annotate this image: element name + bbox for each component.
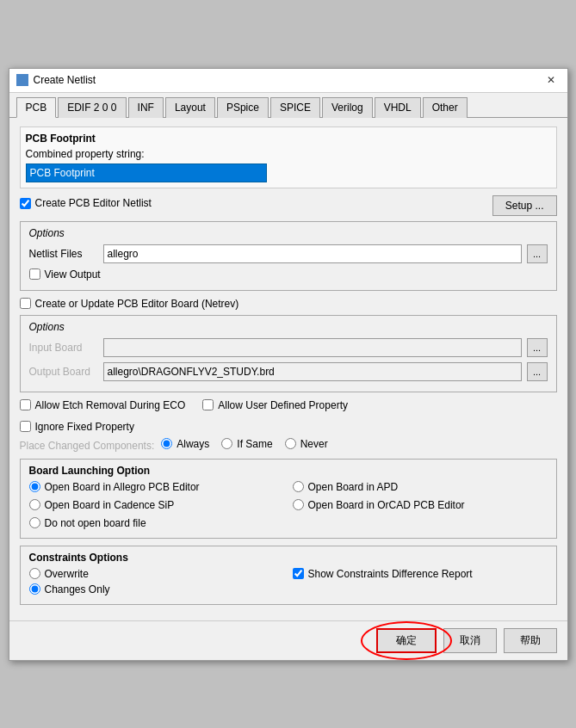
setup-button[interactable]: Setup ... — [492, 195, 557, 216]
orcad-pcb-option[interactable]: Open Board in OrCAD PCB Editor — [293, 499, 548, 511]
apd-option[interactable]: Open Board in APD — [293, 481, 548, 493]
allow-user-label: Allow User Defined Property — [218, 399, 348, 411]
input-board-label: Input Board — [29, 342, 98, 354]
tab-pcb[interactable]: PCB — [16, 97, 57, 118]
options-section-1: Options Netlist Files ... View Output — [20, 221, 557, 291]
tab-inf[interactable]: INF — [128, 97, 164, 118]
tab-edif200[interactable]: EDIF 2 0 0 — [58, 97, 126, 118]
constraints-section: Constraints Options Overwrite Changes On… — [20, 546, 557, 605]
cadence-sip-option[interactable]: Open Board in Cadence SiP — [29, 499, 284, 511]
no-open-option[interactable]: Do not open board file — [29, 517, 284, 529]
input-board-row: Input Board ... — [29, 338, 548, 357]
create-pcb-checkbox[interactable] — [20, 198, 31, 209]
footer: 确定 取消 帮助 — [9, 620, 567, 660]
never-label: Never — [300, 438, 328, 450]
output-board-label: Output Board — [29, 366, 98, 378]
show-diff-label: Show Constraints Difference Report — [308, 568, 473, 580]
allegro-pcb-label: Open Board in Allegro PCB Editor — [45, 481, 200, 493]
no-open-radio[interactable] — [29, 517, 40, 528]
changes-only-option[interactable]: Changes Only — [29, 583, 284, 595]
allow-user-checkbox[interactable] — [202, 399, 214, 410]
tab-other[interactable]: Other — [423, 97, 468, 118]
title-bar: Create Netlist ✕ — [9, 69, 567, 93]
create-pcb-checkbox-row: Create PCB Editor Netlist — [20, 197, 152, 209]
cancel-button[interactable]: 取消 — [443, 628, 497, 653]
help-button[interactable]: 帮助 — [504, 628, 557, 653]
tab-pspice[interactable]: PSpice — [217, 97, 269, 118]
always-option[interactable]: Always — [161, 438, 209, 450]
always-radio[interactable] — [161, 438, 172, 449]
never-option[interactable]: Never — [285, 438, 328, 450]
ignore-fixed-label: Ignore Fixed Property — [35, 421, 134, 433]
changes-only-label: Changes Only — [45, 583, 110, 595]
create-pcb-row: Create PCB Editor Netlist Setup ... — [20, 195, 557, 216]
input-board-browse-btn[interactable]: ... — [527, 338, 548, 357]
allegro-pcb-option[interactable]: Open Board in Allegro PCB Editor — [29, 481, 284, 493]
create-update-row: Create or Update PCB Editor Board (Netre… — [20, 298, 557, 310]
changes-only-radio[interactable] — [29, 583, 40, 595]
dialog-title: Create Netlist — [34, 74, 96, 86]
output-board-input[interactable] — [103, 362, 522, 381]
ignore-fixed-checkbox[interactable] — [20, 421, 31, 432]
output-board-row: Output Board ... — [29, 362, 548, 381]
constraints-right: Show Constraints Difference Report — [293, 568, 548, 599]
allow-etch-checkbox[interactable] — [20, 399, 31, 410]
cadence-sip-label: Open Board in Cadence SiP — [45, 499, 175, 511]
show-diff-checkbox[interactable] — [293, 568, 304, 579]
netlist-files-input[interactable] — [103, 244, 522, 263]
view-output-label: View Output — [45, 268, 101, 281]
overwrite-option[interactable]: Overwrite — [29, 568, 284, 580]
confirm-button[interactable]: 确定 — [376, 628, 437, 653]
checkbox-grid: Allow Etch Removal During ECO Allow User… — [20, 399, 557, 416]
ifsame-option[interactable]: If Same — [221, 438, 272, 450]
never-radio[interactable] — [285, 438, 296, 449]
cadence-sip-radio[interactable] — [29, 499, 40, 510]
board-launch-grid: Open Board in Allegro PCB Editor Open Bo… — [29, 481, 548, 533]
place-changed-label: Place Changed Components: — [20, 440, 155, 452]
ignore-fixed-row: Ignore Fixed Property — [20, 421, 557, 433]
place-changed-row: Place Changed Components: Always If Same… — [20, 438, 557, 453]
show-diff-row[interactable]: Show Constraints Difference Report — [293, 568, 548, 580]
apd-radio[interactable] — [293, 481, 304, 492]
create-update-checkbox[interactable] — [20, 298, 31, 309]
footprint-input[interactable] — [26, 163, 267, 182]
view-output-row: View Output — [29, 268, 548, 281]
options-title-1: Options — [29, 227, 548, 239]
tab-verilog[interactable]: Verilog — [322, 97, 373, 118]
dialog-icon — [16, 74, 28, 86]
apd-label: Open Board in APD — [308, 481, 399, 493]
allow-etch-row: Allow Etch Removal During ECO — [20, 399, 186, 411]
ifsame-radio[interactable] — [221, 438, 232, 449]
ifsame-label: If Same — [237, 438, 272, 450]
orcad-pcb-label: Open Board in OrCAD PCB Editor — [308, 499, 465, 511]
tab-vhdl[interactable]: VHDL — [375, 97, 421, 118]
close-button[interactable]: ✕ — [542, 72, 561, 88]
tab-spice[interactable]: SPICE — [270, 97, 320, 118]
pcb-footprint-section: PCB Footprint Combined property string: — [20, 126, 557, 188]
netlist-browse-btn[interactable]: ... — [527, 244, 548, 263]
allegro-pcb-radio[interactable] — [29, 481, 40, 492]
input-board-input[interactable] — [103, 338, 522, 357]
create-update-label: Create or Update PCB Editor Board (Netre… — [35, 298, 239, 310]
view-output-checkbox[interactable] — [29, 268, 40, 280]
allow-etch-label: Allow Etch Removal During ECO — [35, 399, 186, 411]
dialog-content: PCB Footprint Combined property string: … — [9, 118, 567, 620]
board-launch-title: Board Launching Option — [29, 465, 548, 477]
always-label: Always — [177, 438, 209, 450]
tab-bar: PCB EDIF 2 0 0 INF Layout PSpice SPICE V… — [9, 93, 567, 118]
output-board-browse-btn[interactable]: ... — [527, 362, 548, 381]
options-section-2: Options Input Board ... Output Board ... — [20, 315, 557, 392]
title-bar-left: Create Netlist — [16, 74, 96, 86]
netlist-files-row: Netlist Files ... — [29, 244, 548, 263]
orcad-pcb-radio[interactable] — [293, 499, 304, 510]
allow-user-row: Allow User Defined Property — [202, 399, 348, 411]
constraints-title: Constraints Options — [29, 552, 548, 564]
constraints-left: Overwrite Changes Only — [29, 568, 284, 599]
no-open-label: Do not open board file — [45, 517, 146, 529]
place-changed-options: Always If Same Never — [161, 438, 327, 453]
tab-layout[interactable]: Layout — [165, 97, 215, 118]
footprint-title: PCB Footprint — [26, 133, 551, 145]
overwrite-radio[interactable] — [29, 568, 40, 579]
combined-label: Combined property string: — [26, 148, 551, 160]
create-pcb-label: Create PCB Editor Netlist — [35, 197, 152, 209]
